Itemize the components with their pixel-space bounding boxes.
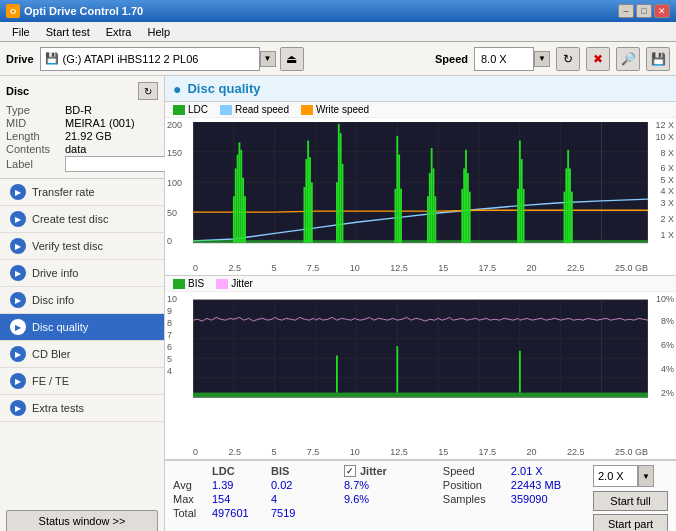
speed-select-arrow[interactable]: ▼ — [638, 465, 654, 487]
type-key: Type — [6, 104, 61, 116]
sidebar-item-transfer-rate[interactable]: ▶ Transfer rate — [0, 179, 164, 206]
transfer-rate-icon: ▶ — [10, 184, 26, 200]
ldc-header: LDC — [212, 465, 267, 477]
menu-extra[interactable]: Extra — [98, 25, 140, 39]
speed-dropdown-arrow[interactable]: ▼ — [534, 51, 550, 67]
status-window-button[interactable]: Status window >> — [6, 510, 158, 531]
ldc-bis-stats: LDC BIS Avg 1.39 0.02 Max 154 4 Total — [173, 465, 316, 519]
speed-label: Speed — [435, 53, 468, 65]
cd-bler-icon: ▶ — [10, 346, 26, 362]
window-controls: – □ ✕ — [618, 4, 670, 18]
content-header-title: Disc quality — [187, 81, 260, 96]
mid-key: MID — [6, 117, 61, 129]
sidebar-item-fe-te[interactable]: ▶ FE / TE — [0, 368, 164, 395]
position-value: 22443 MB — [511, 479, 561, 491]
chart1-y-150: 150 — [167, 148, 182, 158]
max-ldc: 154 — [212, 493, 267, 505]
chart1-ry-5x: 5 X — [660, 175, 674, 185]
chart1-ry-10x: 10 X — [655, 132, 674, 142]
sidebar-item-cd-bler[interactable]: ▶ CD Bler — [0, 341, 164, 368]
write-speed-legend-label: Write speed — [316, 104, 369, 115]
save-button[interactable]: 💾 — [646, 47, 670, 71]
total-ldc: 497601 — [212, 507, 267, 519]
verify-test-disc-icon: ▶ — [10, 238, 26, 254]
chart2-ry-10p: 10% — [656, 294, 674, 304]
chart2-x-125: 12.5 — [390, 447, 408, 457]
drive-dropdown-arrow[interactable]: ▼ — [260, 51, 276, 67]
refresh-button[interactable]: ↻ — [556, 47, 580, 71]
disc-section-title: Disc — [6, 85, 29, 97]
drive-select[interactable]: 💾 (G:) ATAPI iHBS112 2 PL06 — [40, 47, 260, 71]
disc-info-table: Type BD-R MID MEIRA1 (001) Length 21.92 … — [6, 104, 158, 172]
minimize-button[interactable]: – — [618, 4, 634, 18]
action-buttons: Start full Start part — [593, 491, 668, 531]
chart1-x-5: 5 — [271, 263, 276, 273]
speed-stat-label: Speed — [443, 465, 503, 477]
chart2-y-5: 5 — [167, 354, 172, 364]
close-button[interactable]: ✕ — [654, 4, 670, 18]
info-button[interactable]: 🔎 — [616, 47, 640, 71]
jitter-legend-color — [216, 279, 228, 289]
app-icon: O — [6, 4, 20, 18]
chart2-ry-2p: 2% — [661, 388, 674, 398]
speed-select[interactable]: 8.0 X — [474, 47, 534, 71]
chart1-ry-2x: 2 X — [660, 214, 674, 224]
maximize-button[interactable]: □ — [636, 4, 652, 18]
chart2-svg — [193, 296, 648, 401]
sidebar-item-create-test-disc[interactable]: ▶ Create test disc — [0, 206, 164, 233]
total-bis: 7519 — [271, 507, 316, 519]
jitter-checkbox[interactable]: ✓ — [344, 465, 356, 477]
chart1-ry-6x: 6 X — [660, 163, 674, 173]
chart2-x-20: 20 — [527, 447, 537, 457]
chart2-ry-6p: 6% — [661, 340, 674, 350]
sidebar-item-verify-test-disc[interactable]: ▶ Verify test disc — [0, 233, 164, 260]
menu-start-test[interactable]: Start test — [38, 25, 98, 39]
menu-file[interactable]: File — [4, 25, 38, 39]
menu-help[interactable]: Help — [139, 25, 178, 39]
chart1-x-10: 10 — [350, 263, 360, 273]
chart1-ry-1x: 1 X — [660, 230, 674, 240]
chart1-ry-12x: 12 X — [655, 120, 674, 130]
bis-legend-color — [173, 279, 185, 289]
chart1-x-20: 20 — [527, 263, 537, 273]
sidebar-item-disc-info[interactable]: ▶ Disc info — [0, 287, 164, 314]
title-bar-title: O Opti Drive Control 1.70 — [6, 4, 143, 18]
sidebar-item-extra-tests[interactable]: ▶ Extra tests — [0, 395, 164, 422]
svg-rect-57 — [193, 240, 648, 243]
svg-rect-58 — [193, 300, 648, 398]
chart2-x-75: 7.5 — [307, 447, 320, 457]
eject-button[interactable]: ⏏ — [280, 47, 304, 71]
disc-quality-icon: ▶ — [10, 319, 26, 335]
type-value: BD-R — [65, 104, 92, 116]
chart1-ry-3x: 3 X — [660, 198, 674, 208]
speed-select-display[interactable]: 2.0 X — [593, 465, 638, 487]
sidebar-item-drive-info[interactable]: ▶ Drive info — [0, 260, 164, 287]
write-speed-legend-color — [301, 105, 313, 115]
chart2-y-9: 9 — [167, 306, 172, 316]
chart2-x-15: 15 — [438, 447, 448, 457]
chart1-legend: LDC Read speed Write speed — [165, 102, 676, 118]
chart1-y-50: 50 — [167, 208, 177, 218]
chart1-y-200: 200 — [167, 120, 182, 130]
chart1-x-175: 17.5 — [479, 263, 497, 273]
disc-section: Disc ↻ Type BD-R MID MEIRA1 (001) Length… — [0, 76, 164, 179]
chart1-x-225: 22.5 — [567, 263, 585, 273]
sidebar-item-disc-quality[interactable]: ▶ Disc quality — [0, 314, 164, 341]
bis-legend-label: BIS — [188, 278, 204, 289]
jitter-legend-label: Jitter — [231, 278, 253, 289]
erase-button[interactable]: ✖ — [586, 47, 610, 71]
jitter-col-header: Jitter — [360, 465, 387, 477]
chart2-ry-4p: 4% — [661, 364, 674, 374]
chart2-legend: BIS Jitter — [165, 276, 676, 292]
max-label: Max — [173, 493, 208, 505]
start-part-button[interactable]: Start part — [593, 514, 668, 531]
disc-refresh-button[interactable]: ↻ — [138, 82, 158, 100]
start-full-button[interactable]: Start full — [593, 491, 668, 511]
jitter-stats: ✓ Jitter 8.7% 9.6% — [344, 465, 387, 507]
content-area: ● Disc quality LDC Read speed Write spee… — [165, 76, 676, 531]
create-test-disc-icon: ▶ — [10, 211, 26, 227]
chart1-x-25: 2.5 — [228, 263, 241, 273]
chart2-y-4: 4 — [167, 366, 172, 376]
toolbar: Drive 💾 (G:) ATAPI iHBS112 2 PL06 ▼ ⏏ Sp… — [0, 42, 676, 76]
chart1-x-250: 25.0 GB — [615, 263, 648, 273]
